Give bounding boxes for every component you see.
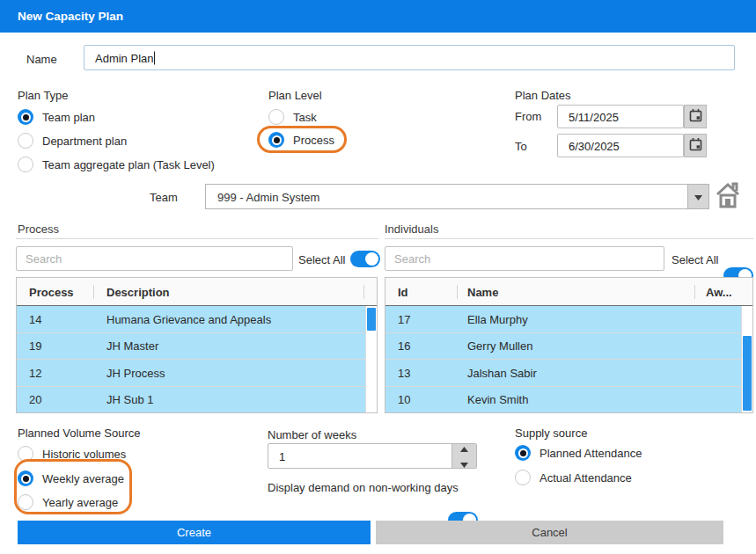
cell-description: JH Sub 1 (106, 393, 153, 406)
radio-weekly-average[interactable]: Weekly average (18, 467, 124, 490)
cell-process-id: 12 (29, 366, 41, 379)
radio-unselected-icon (18, 446, 33, 462)
individuals-table-header: Id Name Aw... (385, 278, 752, 306)
cancel-button[interactable]: Cancel (376, 521, 723, 544)
table-row[interactable]: 12 JH Process (17, 360, 365, 387)
spinner-down-icon[interactable] (460, 457, 468, 470)
cell-process-id: 19 (29, 339, 41, 353)
cell-description: JH Process (106, 366, 165, 379)
column-divider (93, 285, 94, 299)
weeks-spinner[interactable] (451, 444, 476, 468)
from-date-input[interactable]: 5/11/2025 (557, 105, 684, 128)
to-label: To (515, 140, 527, 153)
column-header[interactable]: Aw... (706, 286, 732, 299)
radio-label: Yearly average (42, 496, 118, 509)
plan-dates-label: Plan Dates (515, 89, 571, 102)
individuals-scrollbar[interactable] (741, 306, 752, 412)
column-header[interactable]: Id (398, 286, 408, 299)
from-date-picker-button[interactable] (684, 105, 707, 128)
cell-name: Ella Murphy (467, 312, 528, 325)
table-row[interactable]: 14 Humana Grievance and Appeals (17, 306, 365, 333)
name-label: Name (26, 53, 57, 66)
radio-label: Actual Attendance (539, 471, 632, 485)
process-table-body: 14 Humana Grievance and Appeals 19 JH Ma… (17, 306, 377, 412)
individuals-scrollbar-thumb[interactable] (743, 336, 752, 411)
column-divider (694, 285, 695, 299)
to-date-value: 6/30/2025 (569, 139, 620, 152)
process-select-all-toggle[interactable] (350, 251, 380, 267)
column-header[interactable]: Name (467, 286, 498, 299)
column-header[interactable]: Process (29, 286, 74, 299)
radio-actual-attendance[interactable]: Actual Attendance (515, 466, 632, 489)
radio-team-aggregate-plan[interactable]: Team aggregate plan (Task Level) (18, 153, 215, 176)
cell-name: Gerry Mullen (467, 339, 532, 353)
to-date-picker-button[interactable] (684, 134, 707, 157)
home-icon (716, 182, 740, 211)
radio-label: Process (293, 134, 334, 147)
team-dropdown[interactable]: 999 - Admin System (205, 184, 709, 209)
team-label: Team (150, 191, 178, 204)
individuals-search-input[interactable] (385, 246, 664, 271)
home-team-button[interactable] (714, 181, 742, 211)
process-scrollbar-thumb[interactable] (367, 308, 376, 331)
table-row[interactable]: 19 JH Master (17, 333, 365, 361)
table-row[interactable]: 20 JH Sub 1 (17, 387, 365, 413)
cell-id: 17 (398, 312, 410, 325)
create-button[interactable]: Create (18, 521, 371, 544)
radio-team-plan[interactable]: Team plan (18, 106, 95, 128)
process-scrollbar[interactable] (365, 306, 377, 412)
cell-description: JH Master (106, 339, 158, 353)
table-row[interactable]: 17 Ella Murphy (385, 306, 741, 333)
process-search-input[interactable] (16, 246, 293, 271)
cell-name: Kevin Smith (467, 393, 528, 406)
radio-selected-icon (268, 132, 284, 148)
radio-label: Weekly average (42, 472, 124, 485)
radio-label: Department plan (42, 135, 127, 148)
process-divider (16, 238, 378, 239)
spinner-up-icon[interactable] (460, 441, 468, 455)
radio-label: Task (293, 111, 317, 124)
individuals-table: Id Name Aw... 17 Ella Murphy 16 Gerry Mu… (385, 277, 753, 413)
chevron-down-icon (694, 190, 702, 203)
to-date-input[interactable]: 6/30/2025 (557, 134, 684, 157)
radio-process[interactable]: Process (268, 128, 334, 151)
table-row[interactable]: 16 Gerry Mullen (385, 333, 741, 361)
radio-selected-icon (18, 109, 33, 125)
plan-level-label: Plan Level (268, 89, 322, 102)
team-dropdown-arrow-button[interactable] (687, 185, 708, 208)
text-caret (154, 51, 155, 64)
radio-planned-attendance[interactable]: Planned Attendance (515, 441, 642, 464)
team-dropdown-value: 999 - Admin System (217, 190, 319, 203)
table-row[interactable]: 13 Jalshan Sabir (385, 360, 741, 387)
radio-yearly-average[interactable]: Yearly average (18, 491, 118, 514)
process-panel-title: Process (18, 222, 59, 236)
radio-department-plan[interactable]: Department plan (18, 129, 127, 152)
plan-type-label: Plan Type (18, 89, 69, 102)
table-row[interactable]: 10 Kevin Smith (385, 387, 741, 413)
cell-process-id: 20 (29, 393, 41, 406)
calendar-icon (689, 137, 702, 154)
planned-volume-source-label: Planned Volume Source (18, 426, 140, 440)
radio-historic-volumes[interactable]: Historic volumes (18, 442, 126, 465)
radio-unselected-icon (18, 157, 33, 172)
cell-id: 13 (398, 366, 410, 379)
cell-process-id: 14 (29, 312, 41, 325)
calendar-icon (689, 108, 702, 125)
radio-unselected-icon (268, 109, 284, 125)
individuals-divider (385, 238, 753, 239)
individuals-table-body: 17 Ella Murphy 16 Gerry Mullen 13 Jalsha… (385, 306, 752, 412)
column-header[interactable]: Description (106, 286, 170, 299)
cell-id: 10 (398, 393, 410, 406)
radio-label: Team aggregate plan (Task Level) (42, 158, 215, 171)
column-divider (457, 285, 458, 299)
dialog-titlebar: New Capacity Plan (0, 0, 756, 33)
radio-task[interactable]: Task (268, 106, 317, 128)
number-of-weeks-input[interactable]: 1 (268, 443, 477, 469)
from-date-value: 5/11/2025 (569, 110, 619, 123)
name-input-value: Admin Plan (95, 51, 155, 64)
number-of-weeks-value: 1 (279, 449, 285, 463)
radio-unselected-icon (18, 133, 33, 149)
name-input[interactable]: Admin Plan (84, 45, 735, 70)
process-select-all-label: Select All (298, 253, 345, 266)
cell-id: 16 (398, 339, 410, 353)
